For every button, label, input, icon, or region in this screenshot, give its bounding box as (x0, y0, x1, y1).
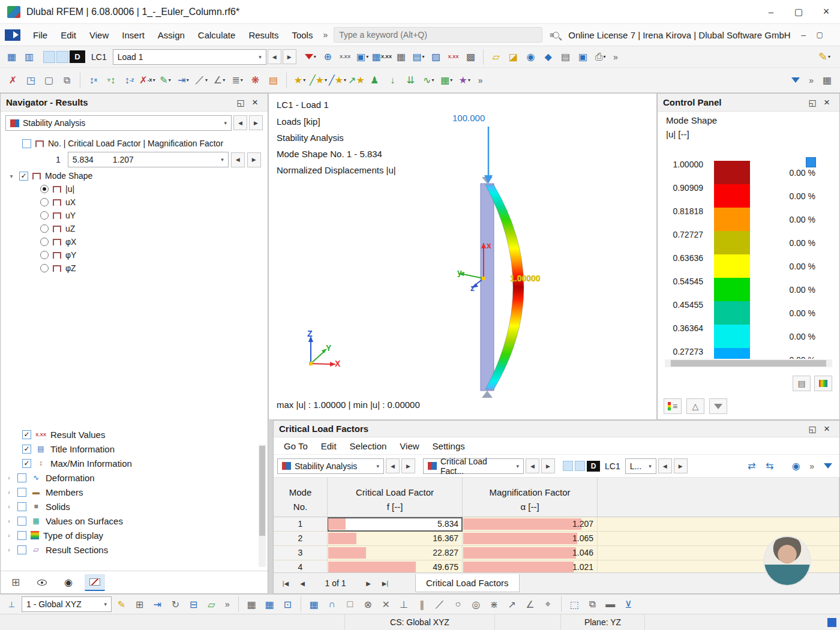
scale-swatch[interactable] (714, 301, 750, 325)
snap-guidelines-icon[interactable]: ⌖ (540, 596, 556, 613)
mesh-refine-icon[interactable]: ❋ (247, 72, 263, 88)
component-radio-uy[interactable] (40, 211, 49, 220)
mode-select-combobox[interactable]: 5.834 1.207 ▾ (68, 152, 229, 167)
expander-icon[interactable]: › (5, 489, 13, 496)
new-imposed-icon[interactable]: ★▾ (457, 72, 473, 88)
component-radio-phiz[interactable] (40, 264, 49, 272)
previous-category-button[interactable]: ◀ (526, 458, 539, 473)
display-properties-tab-icon[interactable]: ⊞ (5, 574, 26, 591)
print-icon[interactable]: ⎙▾ (592, 49, 608, 65)
doc-restore-icon[interactable]: ▢ (812, 27, 828, 43)
table-layout-icon[interactable]: ▦ (819, 72, 835, 88)
component-label[interactable]: φX (65, 237, 76, 247)
table-print-icon[interactable]: ▩ (463, 49, 479, 65)
visibility-filter-icon[interactable]: ▾ (302, 49, 319, 65)
result-xxx-icon[interactable]: X.XX (445, 49, 461, 65)
move-neg-x-icon[interactable]: ✗-X▾ (139, 72, 155, 88)
menu-edit[interactable]: Edit (54, 24, 83, 46)
scale-balance-icon[interactable]: △ (686, 398, 704, 414)
visibility-globe-icon[interactable]: ⊕ (320, 49, 336, 65)
edit-solid-icon[interactable]: ◳ (23, 72, 39, 88)
model-viewport[interactable]: LC1 - Load 1 Loads [kip] Stability Analy… (268, 93, 657, 420)
col-header-magnification-factor[interactable]: Magnification Factor (464, 480, 596, 499)
design-situation-badge[interactable]: D (70, 50, 85, 63)
results-tab-icon[interactable] (85, 574, 105, 591)
snap-nearest-icon[interactable]: ⋇ (486, 596, 502, 613)
next-mode-button[interactable]: ▶ (247, 152, 261, 167)
table-toolbar-overflow-icon[interactable]: » (806, 461, 818, 471)
mode-number-cell[interactable]: 3 (274, 546, 328, 560)
col-header-mode[interactable]: Mode (275, 480, 326, 499)
analysis-type-combobox[interactable]: Stability Analysis ▾ (5, 115, 232, 131)
search-input[interactable] (339, 30, 537, 40)
expander-icon[interactable]: › (5, 518, 13, 524)
previous-page-button[interactable]: ◀ (295, 577, 310, 590)
wall-icon[interactable]: ▤ (265, 72, 281, 88)
float-panel-icon[interactable]: ◱ (233, 95, 248, 110)
last-page-button[interactable]: ▶| (378, 577, 392, 590)
new-line-icon[interactable]: ╱★▾ (310, 72, 327, 88)
next-analysis-button[interactable]: ▶ (249, 115, 263, 130)
panel-options-icon[interactable]: ▤ (793, 376, 811, 391)
extrude-icon[interactable]: ⇥▾ (175, 72, 191, 88)
dimension-icon[interactable]: ∠▾ (211, 72, 227, 88)
menu-tools[interactable]: Tools (285, 24, 319, 46)
component-label[interactable]: uX (65, 197, 76, 207)
snap-intersection-icon[interactable]: ⊗ (360, 596, 376, 613)
chevron-down-icon[interactable]: ▾ (376, 463, 379, 469)
move-y-icon[interactable]: Y↕ (103, 72, 119, 88)
menu-assign[interactable]: Assign (151, 24, 191, 46)
magnification-factor-cell[interactable]: 1.065 (463, 532, 598, 546)
previous-load-case-button[interactable]: ◀ (268, 49, 281, 64)
keyword-search[interactable] (334, 27, 542, 43)
maximize-button[interactable]: ▢ (785, 1, 812, 23)
mode-number-cell[interactable]: 1 (274, 517, 328, 532)
load-case-color-1[interactable] (43, 51, 55, 63)
menu-view[interactable]: View (83, 24, 115, 46)
float-panel-icon[interactable]: ◱ (805, 422, 820, 436)
model-3d-icon[interactable]: ◆ (540, 49, 556, 65)
connect-lines-icon[interactable]: ／▾ (193, 72, 209, 88)
chevron-down-icon[interactable]: ▾ (259, 54, 262, 60)
new-cs-icon[interactable]: ⊞ (131, 596, 148, 613)
component-label[interactable]: φY (65, 250, 76, 260)
grid-points-icon[interactable]: ⊡ (280, 596, 296, 613)
snap-grid-icon[interactable]: ▦ (306, 596, 322, 613)
chevron-down-icon[interactable]: ▾ (649, 463, 652, 469)
option-checkbox[interactable] (17, 502, 26, 511)
color-filter-icon[interactable] (709, 398, 727, 414)
magnification-factor-cell[interactable]: 1.046 (463, 546, 598, 560)
load-case-combobox[interactable]: Load 1 ▾ (113, 49, 266, 65)
table-menu-edit[interactable]: Edit (314, 441, 343, 451)
color-scale-edit-icon[interactable] (814, 376, 832, 391)
option-label[interactable]: Members (46, 487, 83, 497)
doc-minimize-icon[interactable]: – (796, 27, 812, 43)
camera-tab-icon[interactable]: ◉ (58, 574, 79, 591)
option-label[interactable]: Solids (46, 502, 70, 512)
copy-object-icon[interactable]: ⧉ (59, 72, 75, 88)
close-panel-icon[interactable]: × (248, 95, 262, 110)
minimize-button[interactable]: – (757, 1, 785, 23)
option-checkbox[interactable] (17, 488, 26, 497)
component-radio-phiy[interactable] (40, 251, 49, 259)
component-label[interactable]: |u| (65, 184, 74, 194)
component-label[interactable]: uZ (65, 224, 75, 233)
mode-shape-label[interactable]: Mode Shape (45, 171, 92, 181)
scrollbar-thumb[interactable] (671, 360, 826, 367)
previous-table-button[interactable]: ◀ (386, 458, 400, 473)
show-in-graphic-icon[interactable]: ◉ (788, 458, 804, 474)
next-category-button[interactable]: ▶ (541, 458, 555, 473)
display-list-icon[interactable]: ≡ (664, 398, 682, 414)
option-label[interactable]: Type of display (43, 530, 103, 541)
tree-root-label[interactable]: No. | Critical Load Factor | Magnificati… (48, 139, 223, 148)
snap-endpoint-icon[interactable]: □ (342, 596, 358, 613)
scale-swatch[interactable] (714, 348, 750, 359)
section-icon[interactable]: ≣▾ (229, 72, 245, 88)
load-case-color-2[interactable] (56, 51, 68, 63)
navigator-scrollbar[interactable] (259, 445, 266, 567)
ortho-icon[interactable]: ▬ (602, 596, 619, 613)
option-label[interactable]: Max/Min Information (50, 458, 132, 469)
new-support-icon[interactable]: ♟ (367, 72, 383, 88)
design-situation-badge[interactable]: D (587, 461, 600, 472)
chevron-down-icon[interactable]: ▾ (104, 601, 107, 607)
